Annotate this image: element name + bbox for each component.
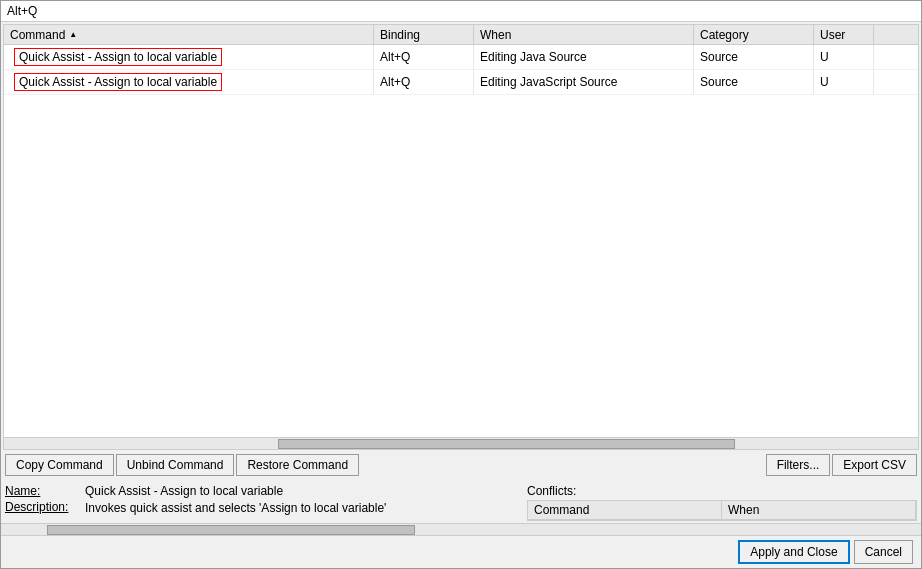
horizontal-scrollbar[interactable] <box>4 437 918 449</box>
table-header: Command ▲ Binding When Category User <box>4 25 918 45</box>
table-row[interactable]: Quick Assist - Assign to local variable … <box>4 70 918 95</box>
col-header-category[interactable]: Category <box>694 25 814 44</box>
filters-button[interactable]: Filters... <box>766 454 831 476</box>
cell-command-2: Quick Assist - Assign to local variable <box>4 70 374 94</box>
search-input[interactable] <box>7 4 915 18</box>
conflicts-label: Conflicts: <box>527 484 917 498</box>
conflicts-section: Conflicts: Command When <box>527 484 917 521</box>
cell-binding-2: Alt+Q <box>374 70 474 94</box>
col-header-user[interactable]: User <box>814 25 874 44</box>
action-buttons-row: Copy Command Unbind Command Restore Comm… <box>1 450 921 480</box>
cell-binding-1: Alt+Q <box>374 45 474 69</box>
search-bar <box>1 1 921 22</box>
cell-category-2: Source <box>694 70 814 94</box>
col-header-binding[interactable]: Binding <box>374 25 474 44</box>
conflicts-table: Command When <box>527 500 917 521</box>
conflict-marker-1: Quick Assist - Assign to local variable <box>14 48 222 66</box>
detail-section: Name: Quick Assist - Assign to local var… <box>1 480 921 523</box>
cell-when-1: Editing Java Source <box>474 45 694 69</box>
col-header-when[interactable]: When <box>474 25 694 44</box>
conflicts-header: Command When <box>528 501 916 520</box>
restore-command-button[interactable]: Restore Command <box>236 454 359 476</box>
detail-left: Name: Quick Assist - Assign to local var… <box>5 484 527 521</box>
cancel-button[interactable]: Cancel <box>854 540 913 564</box>
table-row[interactable]: Quick Assist - Assign to local variable … <box>4 45 918 70</box>
conflict-marker-2: Quick Assist - Assign to local variable <box>14 73 222 91</box>
name-label: Name: <box>5 484 85 498</box>
description-label: Description: <box>5 500 85 514</box>
export-csv-button[interactable]: Export CSV <box>832 454 917 476</box>
cell-when-2: Editing JavaScript Source <box>474 70 694 94</box>
sort-arrow-icon: ▲ <box>69 30 77 39</box>
name-row: Name: Quick Assist - Assign to local var… <box>5 484 527 498</box>
bottom-buttons-row: Apply and Close Cancel <box>1 535 921 568</box>
conflicts-col-command: Command <box>528 501 722 519</box>
cell-user-2: U <box>814 70 874 94</box>
description-value: Invokes quick assist and selects 'Assign… <box>85 500 386 517</box>
table-section: Command ▲ Binding When Category User Qui… <box>3 24 919 450</box>
table-body: Quick Assist - Assign to local variable … <box>4 45 918 437</box>
conflicts-col-when: When <box>722 501 916 519</box>
detail-horizontal-scrollbar[interactable] <box>1 523 921 535</box>
name-value: Quick Assist - Assign to local variable <box>85 484 283 498</box>
copy-command-button[interactable]: Copy Command <box>5 454 114 476</box>
description-row: Description: Invokes quick assist and se… <box>5 500 527 517</box>
cell-command-1: Quick Assist - Assign to local variable <box>4 45 374 69</box>
dialog: Command ▲ Binding When Category User Qui… <box>0 0 922 569</box>
unbind-command-button[interactable]: Unbind Command <box>116 454 235 476</box>
col-header-command[interactable]: Command ▲ <box>4 25 374 44</box>
detail-scrollbar-thumb[interactable] <box>47 525 415 535</box>
cell-category-1: Source <box>694 45 814 69</box>
cell-user-1: U <box>814 45 874 69</box>
apply-and-close-button[interactable]: Apply and Close <box>738 540 849 564</box>
scrollbar-thumb[interactable] <box>278 439 735 449</box>
